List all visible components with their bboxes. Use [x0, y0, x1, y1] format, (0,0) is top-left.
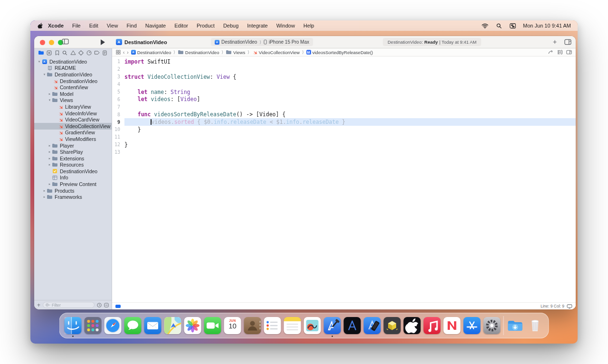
minimize-button[interactable]	[49, 40, 54, 45]
control-center-icon[interactable]	[509, 22, 516, 29]
editor-options-icon[interactable]	[548, 50, 553, 55]
menu-view[interactable]: View	[103, 23, 123, 28]
file-tree-item-resources[interactable]: ▸Resources	[34, 162, 112, 168]
disclosure-closed-icon[interactable]: ▸	[42, 189, 47, 193]
file-tree-item-extensions[interactable]: ▸Extensions	[34, 155, 112, 162]
line-number[interactable]: 11	[112, 134, 124, 140]
line-col-indicator[interactable]: Line: 9 Col: 9	[541, 304, 564, 308]
line-number[interactable]: 13	[112, 149, 124, 155]
dock-xcode-icon[interactable]	[324, 317, 341, 334]
filter-field[interactable]: Filter	[43, 302, 95, 308]
add-editor-icon[interactable]	[566, 50, 572, 55]
dock-contacts-icon[interactable]	[244, 317, 261, 334]
dock-photos-icon[interactable]	[184, 317, 201, 334]
project-navigator-icon[interactable]	[38, 50, 44, 56]
apple-icon[interactable]	[37, 22, 44, 29]
disclosure-closed-icon[interactable]: ▸	[48, 92, 52, 96]
code-line-13[interactable]: 13	[112, 149, 576, 156]
line-number[interactable]: 3	[112, 74, 124, 79]
code-line-9[interactable]: 9 videos.sorted { $0.info.releaseDate < …	[112, 118, 576, 126]
dock-launchpad-icon[interactable]	[85, 317, 102, 334]
dock-finder-icon[interactable]	[65, 317, 82, 334]
breakpoints-icon[interactable]	[94, 50, 100, 56]
source-editor[interactable]: 1import SwiftUI23struct VideoCollectionV…	[112, 56, 576, 302]
menu-clock[interactable]: Mon Jun 10 9:41 AM	[523, 23, 571, 28]
file-tree-item-model[interactable]: ▸Model	[34, 91, 112, 97]
dock-messages-icon[interactable]	[124, 317, 142, 334]
menu-integrate[interactable]: Integrate	[243, 23, 272, 28]
minimap-icon[interactable]	[557, 50, 562, 55]
dock-safari-icon[interactable]	[104, 317, 122, 334]
back-icon[interactable]: ‹	[123, 50, 124, 55]
activity-status[interactable]: DestinationVideo: Ready | Today at 9:41 …	[383, 38, 481, 46]
dock-freeform-icon[interactable]	[304, 317, 321, 334]
line-number[interactable]: 6	[112, 97, 124, 102]
related-items-icon[interactable]	[116, 50, 121, 55]
file-tree-item-videoinfoview[interactable]: VideoInfoView	[34, 110, 112, 117]
disclosure-closed-icon[interactable]: ▸	[48, 163, 52, 167]
dock-trash-icon[interactable]	[527, 317, 544, 334]
dock-calendar-icon[interactable]: JUN10	[224, 317, 241, 334]
dock-downloads-icon[interactable]	[507, 317, 524, 334]
menu-navigate[interactable]: Navigate	[141, 23, 170, 28]
dock-news-icon[interactable]	[444, 317, 461, 334]
recent-files-icon[interactable]	[97, 303, 102, 308]
disclosure-closed-icon[interactable]: ▸	[42, 195, 47, 199]
code-line-4[interactable]: 4	[112, 81, 576, 88]
file-tree-item-destinationvideo[interactable]: DestinationVideo	[34, 168, 112, 175]
file-tree-item-player[interactable]: ▸Player	[34, 142, 112, 149]
code-line-3[interactable]: 3struct VideoCollectionView: View {	[112, 73, 576, 81]
bookmarks-icon[interactable]	[54, 50, 60, 56]
breadcrumb-item[interactable]: ADestinationVideo	[131, 50, 171, 55]
file-tree-item-contentview[interactable]: ContentView	[34, 84, 112, 91]
run-button[interactable]	[101, 39, 105, 45]
file-tree-item-viewmodifiers[interactable]: ViewModifiers	[34, 136, 112, 142]
disclosure-open-icon[interactable]: ▾	[48, 98, 52, 102]
close-button[interactable]	[40, 40, 45, 45]
code-line-5[interactable]: 5 let name: String	[112, 88, 576, 96]
dock-configurator-icon[interactable]	[364, 317, 381, 334]
disclosure-closed-icon[interactable]: ▸	[48, 182, 52, 186]
editor-layout-icon[interactable]	[564, 39, 571, 45]
menu-editor[interactable]: Editor	[170, 23, 192, 28]
line-number[interactable]: 10	[112, 127, 124, 132]
dock-maps-icon[interactable]	[164, 317, 181, 334]
tests-icon[interactable]	[78, 50, 84, 56]
code-line-12[interactable]: 12}	[112, 141, 576, 149]
breadcrumb-item[interactable]: VideoCollectionView	[252, 49, 300, 55]
dock-mail-icon[interactable]	[144, 317, 162, 334]
debug-icon[interactable]	[86, 50, 92, 56]
code-line-2[interactable]: 2	[112, 65, 576, 73]
file-tree-item-libraryview[interactable]: LibraryView	[34, 103, 112, 110]
code-line-6[interactable]: 6 let videos: [Video]	[112, 95, 576, 103]
search-icon[interactable]	[495, 22, 502, 29]
file-tree-item-views[interactable]: ▾Views	[34, 97, 112, 104]
line-number[interactable]: 9	[112, 120, 124, 125]
disclosure-closed-icon[interactable]: ▸	[48, 144, 52, 148]
line-number[interactable]: 5	[112, 89, 124, 94]
file-tree-item-destinationvideo[interactable]: ▾DestinationVideo	[34, 71, 112, 78]
scheme-selector[interactable]: A DestinationVideo ⟩ iPhone 15 Pro Max	[211, 38, 313, 46]
dock-realitycomposer-icon[interactable]	[384, 317, 401, 334]
file-tree-item-info[interactable]: Info	[34, 175, 112, 181]
menu-window[interactable]: Window	[272, 23, 299, 28]
line-number[interactable]: 4	[112, 82, 124, 87]
file-tree-item-destinationvideo[interactable]: DestinationVideo	[34, 78, 112, 84]
code-line-10[interactable]: 10 }	[112, 126, 576, 133]
code-line-7[interactable]: 7	[112, 103, 576, 111]
file-tree-item-frameworks[interactable]: ▸Frameworks	[34, 194, 112, 200]
add-file-button[interactable]: +	[37, 302, 40, 308]
file-tree-item-gradientview[interactable]: GradientView	[34, 130, 112, 136]
dock-settings-icon[interactable]	[484, 317, 501, 334]
line-number[interactable]: 12	[112, 142, 124, 147]
file-tree-item-shareplay[interactable]: ▸SharePlay	[34, 149, 112, 155]
display-icon[interactable]	[567, 304, 572, 308]
breadcrumb-item[interactable]: Views	[226, 50, 245, 55]
sourcecontrol-filter-icon[interactable]	[104, 303, 109, 308]
file-tree-item-destinationvideo[interactable]: ▾ADestinationVideo	[34, 58, 112, 65]
menu-debug[interactable]: Debug	[219, 23, 243, 28]
find-icon[interactable]	[62, 50, 68, 56]
disclosure-open-icon[interactable]: ▾	[42, 73, 47, 76]
reports-icon[interactable]	[102, 50, 108, 56]
file-tree-item-products[interactable]: ▸Products	[34, 187, 112, 194]
